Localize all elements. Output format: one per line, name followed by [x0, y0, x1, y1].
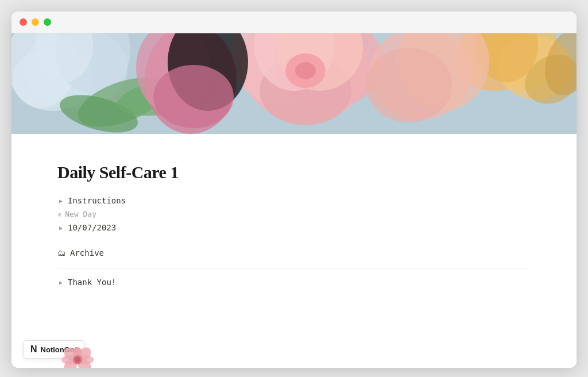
instructions-label: Instructions [68, 196, 126, 205]
archive-row[interactable]: 🗂 Archive [57, 245, 531, 261]
svg-point-42 [75, 357, 80, 363]
divider [57, 268, 531, 268]
sun-icon: ✳ [57, 210, 61, 218]
svg-point-16 [295, 62, 316, 79]
thank-you-label: Thank You! [68, 278, 116, 287]
notion-n-letter: N [30, 344, 37, 355]
new-day-row[interactable]: ✳ New Day [57, 207, 531, 221]
date-label: 10/07/2023 [68, 223, 116, 232]
thank-you-toggle[interactable]: ▶ Thank You! [57, 275, 531, 289]
toggle-arrow-thank-you: ▶ [57, 279, 64, 286]
new-day-label: New Day [65, 210, 96, 218]
dot-yellow[interactable] [32, 18, 39, 26]
date-toggle[interactable]: ▶ 10/07/2023 [57, 221, 531, 234]
toggle-arrow-date: ▶ [57, 224, 64, 231]
dot-green[interactable] [44, 18, 51, 26]
page-content: Daily Self-Care 1 ▶ Instructions ✳ New D… [11, 33, 577, 368]
folder-icon: 🗂 [57, 248, 65, 257]
title-bar [11, 11, 577, 33]
browser-window: Daily Self-Care 1 ▶ Instructions ✳ New D… [11, 11, 577, 368]
page-title: Daily Self-Care 1 [57, 163, 531, 182]
svg-point-29 [366, 48, 452, 122]
instructions-toggle[interactable]: ▶ Instructions [57, 194, 531, 207]
page-body: Daily Self-Care 1 ▶ Instructions ✳ New D… [11, 134, 577, 312]
flower-icon [57, 339, 98, 368]
archive-label: Archive [70, 248, 104, 257]
svg-point-20 [153, 65, 234, 128]
toggle-arrow-instructions: ▶ [57, 197, 64, 204]
dot-red[interactable] [20, 18, 27, 26]
hero-image [11, 33, 577, 134]
